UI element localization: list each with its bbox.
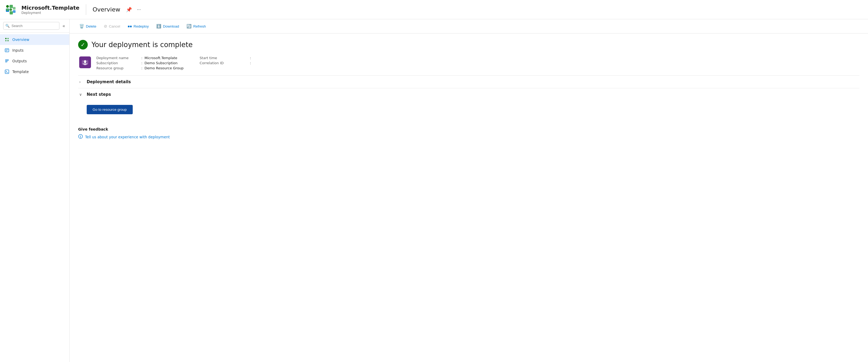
start-time-label: Start time	[199, 56, 248, 60]
sidebar-item-outputs[interactable]: Outputs	[0, 56, 69, 66]
sidebar-search-row: 🔍 «	[0, 19, 69, 33]
download-icon: ⬇️	[156, 24, 161, 29]
svg-point-11	[5, 40, 7, 41]
sidebar-outputs-label: Outputs	[12, 59, 27, 63]
svg-rect-4	[13, 10, 16, 13]
svg-rect-13	[5, 49, 9, 52]
deployment-name-value: Microsoft.Template	[145, 56, 199, 60]
resource-type: Deployment	[22, 11, 80, 15]
svg-point-5	[6, 5, 9, 8]
deployment-details-chevron: ›	[79, 80, 84, 84]
pin-button[interactable]: 📌	[124, 5, 133, 14]
next-steps-chevron: ∨	[79, 92, 84, 97]
redeploy-icon	[128, 24, 132, 29]
collapse-button[interactable]: «	[61, 23, 67, 29]
inputs-icon	[4, 48, 10, 53]
deployment-meta-grid: Deployment name : Microsoft.Template Sta…	[96, 56, 308, 70]
sidebar: 🔍 « Overview	[0, 19, 69, 362]
redeploy-button[interactable]: Redeploy	[124, 22, 152, 30]
sidebar-item-template[interactable]: Template	[0, 66, 69, 77]
svg-point-9	[5, 38, 7, 39]
toolbar: 🗑️ Delete ⊘ Cancel Redeploy	[69, 19, 868, 33]
svg-rect-16	[130, 26, 132, 27]
deployment-type-icon	[79, 56, 91, 68]
more-button[interactable]: ···	[135, 5, 142, 14]
refresh-button[interactable]: 🔄 Refresh	[183, 22, 209, 30]
subscription-colon: :	[139, 61, 145, 65]
resource-group-value: Demo Resource Group	[145, 66, 199, 70]
search-wrap: 🔍	[3, 22, 59, 30]
header: Microsoft.Template Deployment Overview 📌…	[0, 0, 868, 19]
cancel-icon: ⊘	[104, 24, 107, 29]
feedback-link[interactable]: Tell us about your experience with deplo…	[78, 134, 860, 140]
header-divider	[86, 4, 86, 15]
deployment-complete-text: Your deployment is complete	[92, 41, 193, 49]
resource-name: Microsoft.Template	[22, 4, 80, 11]
page-title: Overview	[93, 6, 120, 13]
subscription-value: Demo Subscription	[145, 61, 199, 65]
feedback-icon	[78, 134, 83, 140]
delete-icon: 🗑️	[79, 24, 84, 29]
outputs-icon	[4, 58, 10, 64]
sidebar-template-label: Template	[12, 69, 29, 74]
search-input[interactable]	[3, 22, 59, 30]
svg-rect-3	[13, 7, 16, 10]
next-steps-title: Next steps	[87, 92, 111, 97]
refresh-icon: 🔄	[186, 24, 192, 29]
download-button[interactable]: ⬇️ Download	[153, 22, 182, 30]
feedback-title: Give feedback	[78, 127, 860, 131]
sidebar-inputs-label: Inputs	[12, 48, 24, 53]
correlation-id-colon: :	[248, 61, 253, 65]
sidebar-nav: Overview Inputs	[0, 33, 69, 362]
header-title-block: Microsoft.Template Deployment	[22, 4, 80, 15]
deployment-complete-banner: ✓ Your deployment is complete	[78, 40, 860, 50]
body-container: 🔍 « Overview	[0, 19, 868, 362]
feedback-section: Give feedback Tell us about your experie…	[78, 125, 860, 140]
success-check-icon: ✓	[78, 40, 88, 50]
next-steps-content: Go to resource group	[78, 100, 860, 116]
correlation-id-label: Correlation ID	[199, 61, 248, 65]
sidebar-overview-label: Overview	[12, 37, 29, 42]
resource-group-colon: :	[139, 66, 145, 70]
svg-rect-14	[5, 70, 9, 73]
svg-point-7	[6, 8, 9, 11]
feedback-link-text: Tell us about your experience with deplo…	[85, 135, 170, 139]
svg-rect-2	[10, 11, 13, 14]
svg-rect-15	[128, 26, 129, 27]
template-icon	[4, 69, 10, 74]
go-to-resource-group-button[interactable]: Go to resource group	[87, 105, 133, 114]
deployment-details-section[interactable]: › Deployment details	[78, 76, 860, 88]
svg-point-19	[80, 135, 81, 136]
sidebar-item-inputs[interactable]: Inputs	[0, 45, 69, 56]
deployment-details-row: Deployment name : Microsoft.Template Sta…	[78, 56, 860, 70]
azure-logo-icon	[5, 4, 16, 15]
app-container: Microsoft.Template Deployment Overview 📌…	[0, 0, 868, 362]
svg-point-10	[7, 38, 9, 39]
resource-group-label: Resource group	[96, 66, 139, 70]
svg-point-8	[9, 8, 12, 11]
next-steps-section[interactable]: ∨ Next steps	[78, 88, 860, 100]
svg-point-12	[7, 40, 9, 41]
deployment-name-colon: :	[139, 56, 145, 60]
subscription-label: Subscription	[96, 61, 139, 65]
header-logo	[5, 4, 16, 15]
svg-point-6	[9, 5, 12, 8]
sidebar-item-overview[interactable]: Overview	[0, 34, 69, 45]
start-time-colon: :	[248, 56, 253, 60]
overview-icon	[4, 37, 10, 42]
main-content: 🗑️ Delete ⊘ Cancel Redeploy	[69, 19, 868, 362]
content-area: ✓ Your deployment is complete	[69, 33, 868, 146]
deployment-name-label: Deployment name	[96, 56, 139, 60]
delete-button[interactable]: 🗑️ Delete	[76, 22, 99, 30]
deployment-details-title: Deployment details	[87, 80, 131, 84]
header-actions: 📌 ···	[124, 5, 142, 14]
cancel-button[interactable]: ⊘ Cancel	[101, 22, 123, 30]
